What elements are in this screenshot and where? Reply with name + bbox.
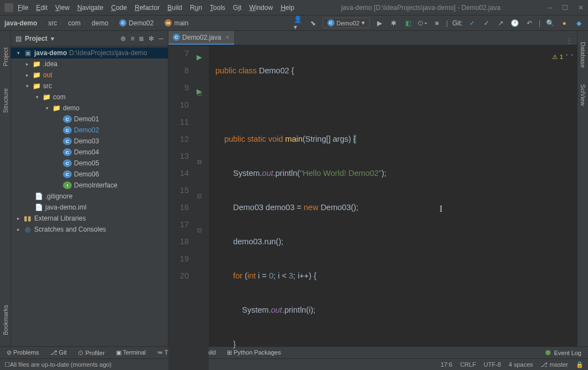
line-gutter: 7891011121314151617181920: [168, 45, 193, 370]
maximize-icon[interactable]: ☐: [562, 4, 568, 12]
tree-demo02[interactable]: CDemo02: [11, 125, 168, 136]
panel-title[interactable]: Project: [25, 35, 47, 42]
tree-root[interactable]: ▾▣java-demoD:\IdeaProjects\java-demo: [11, 47, 168, 58]
tool-sciview[interactable]: SciView: [580, 84, 586, 106]
menu-edit[interactable]: Edit: [36, 4, 47, 12]
git-push-icon[interactable]: ↗: [496, 18, 506, 28]
panel-dropdown-icon[interactable]: ▾: [51, 35, 54, 42]
menu-build[interactable]: Build: [167, 4, 182, 12]
tab-git[interactable]: ⎇ Git: [50, 349, 67, 356]
method-icon: m: [165, 19, 172, 26]
lock-icon[interactable]: 🔒: [576, 361, 584, 368]
panel-settings-icon[interactable]: ✻: [149, 35, 154, 42]
git-label: Git:: [452, 19, 463, 27]
tabs-more-icon[interactable]: ⋮: [561, 37, 577, 45]
breadcrumb: java-demo〉 src〉 com〉 demo〉 C Demo02〉 m m…: [4, 18, 188, 28]
tree-demo01[interactable]: CDemo01: [11, 114, 168, 125]
build-hammer-icon[interactable]: ⬊: [308, 18, 318, 28]
git-pull-icon[interactable]: ✓: [467, 18, 477, 28]
run-gutter-icon[interactable]: ▶: [197, 49, 202, 66]
menu-git[interactable]: Git: [233, 4, 241, 12]
bc-method[interactable]: main: [174, 19, 188, 27]
menu-window[interactable]: Window: [249, 4, 273, 12]
status-message: All files are up-to-date (moments ago): [10, 361, 112, 368]
select-target-icon[interactable]: ⊕: [120, 35, 126, 42]
account-icon[interactable]: 👤▾: [294, 18, 304, 28]
tab-close-icon[interactable]: ×: [226, 34, 230, 41]
tree-demo[interactable]: ▾📁demo: [11, 103, 168, 114]
bc-class[interactable]: Demo02: [129, 19, 153, 27]
tree-demo05[interactable]: CDemo05: [11, 158, 168, 169]
tool-project[interactable]: Project: [2, 47, 9, 66]
fold-icon[interactable]: ⊟: [197, 153, 202, 170]
tree-iml[interactable]: 📄java-demo.iml: [11, 202, 168, 213]
tab-demo02[interactable]: C Demo02.java ×: [168, 31, 234, 45]
left-tool-gutter: Project Structure Bookmarks: [0, 31, 11, 346]
editor[interactable]: ⚠ 1 ˄ ˅ 7891011121314151617181920 ▶ ▶ ⊟ …: [168, 45, 577, 370]
run-config-label: Demo02: [337, 20, 360, 26]
gutter-annotations: ▶ ▶ ⊟ ⊟ ⊡ ⊡: [193, 45, 209, 370]
editor-tabs: C Demo02.java × ⋮: [168, 31, 577, 45]
tree-demo03[interactable]: CDemo03: [11, 136, 168, 147]
tree-gitignore[interactable]: 📄.gitignore: [11, 191, 168, 202]
bc-com[interactable]: com: [68, 19, 81, 27]
menu-code[interactable]: Code: [111, 4, 127, 12]
status-icon[interactable]: ☐: [4, 361, 10, 368]
minimize-icon[interactable]: ─: [547, 4, 552, 12]
tree-demo06[interactable]: CDemo06: [11, 169, 168, 180]
panel-view-icon[interactable]: ▤: [15, 35, 22, 42]
menu-view[interactable]: View: [55, 4, 70, 12]
menu-file[interactable]: File: [18, 4, 28, 12]
class-icon: C: [119, 19, 126, 26]
stop-icon[interactable]: ■: [432, 18, 442, 28]
profile-icon[interactable]: ⏲▾: [417, 18, 427, 28]
tool-structure[interactable]: Structure: [2, 88, 9, 113]
run-icon[interactable]: ▶: [374, 18, 384, 28]
tab-terminal[interactable]: ▣ Terminal: [116, 349, 146, 356]
tab-profiler[interactable]: ⏲ Profiler: [78, 350, 105, 356]
search-icon[interactable]: 🔍: [545, 18, 555, 28]
ide-updates-icon[interactable]: ●: [559, 18, 569, 28]
close-icon[interactable]: ✕: [578, 4, 584, 12]
tree-demo04[interactable]: CDemo04: [11, 147, 168, 158]
tree-com[interactable]: ▾📁com: [11, 92, 168, 103]
tree-out[interactable]: ▸📁out: [11, 69, 168, 81]
text-cursor: I: [439, 200, 442, 217]
title-bar: File Edit View Navigate Code Refactor Bu…: [0, 0, 588, 15]
tree-scratch[interactable]: ▸◎Scratches and Consoles: [11, 224, 168, 235]
menu-navigate[interactable]: Navigate: [77, 4, 103, 12]
tree-ext-lib[interactable]: ▸▮▮External Libraries: [11, 213, 168, 224]
toolbar: java-demo〉 src〉 com〉 demo〉 C Demo02〉 m m…: [0, 15, 588, 31]
tab-problems[interactable]: ⊘ Problems: [7, 349, 39, 356]
tree-demointerface[interactable]: IDemoInterface: [11, 180, 168, 191]
bc-demo[interactable]: demo: [92, 19, 108, 27]
tab-label: Demo02.java: [182, 34, 221, 41]
bc-project[interactable]: java-demo: [4, 19, 37, 27]
project-tree: ▾▣java-demoD:\IdeaProjects\java-demo ▸📁.…: [11, 46, 168, 346]
git-commit-icon[interactable]: ✓: [481, 18, 491, 28]
tool-bookmarks[interactable]: Bookmarks: [2, 305, 9, 335]
app-logo: [4, 3, 13, 12]
collapse-all-icon[interactable]: ≣: [139, 35, 144, 42]
bc-src[interactable]: src: [48, 19, 57, 27]
menu-run[interactable]: Run: [190, 4, 202, 12]
menu-help[interactable]: Help: [280, 4, 294, 12]
git-history-icon[interactable]: 🕐: [510, 18, 520, 28]
fold-icon[interactable]: ⊡: [197, 187, 202, 205]
expand-all-icon[interactable]: ≡: [130, 35, 134, 42]
coverage-icon[interactable]: ◧: [403, 18, 413, 28]
menu-refactor[interactable]: Refactor: [135, 4, 160, 12]
code-body[interactable]: public class Demo02 { public static void…: [209, 45, 577, 370]
git-revert-icon[interactable]: ↶: [525, 18, 534, 28]
tool-database[interactable]: Database: [580, 42, 586, 68]
fold-icon[interactable]: ⊡: [197, 222, 202, 239]
settings-icon[interactable]: ◆: [574, 18, 584, 28]
tree-src[interactable]: ▾📁src: [11, 81, 168, 92]
run-config-dropdown[interactable]: CDemo02▾: [322, 18, 370, 28]
menu-tools[interactable]: Tools: [210, 4, 225, 12]
tree-idea[interactable]: ▸📁.idea: [11, 58, 168, 69]
window-title: java-demo [D:\IdeaProjects\java-demo] - …: [294, 4, 548, 12]
fold-icon[interactable]: ⊟: [197, 85, 202, 102]
hide-panel-icon[interactable]: ─: [158, 35, 163, 42]
debug-icon[interactable]: ✱: [389, 18, 399, 28]
